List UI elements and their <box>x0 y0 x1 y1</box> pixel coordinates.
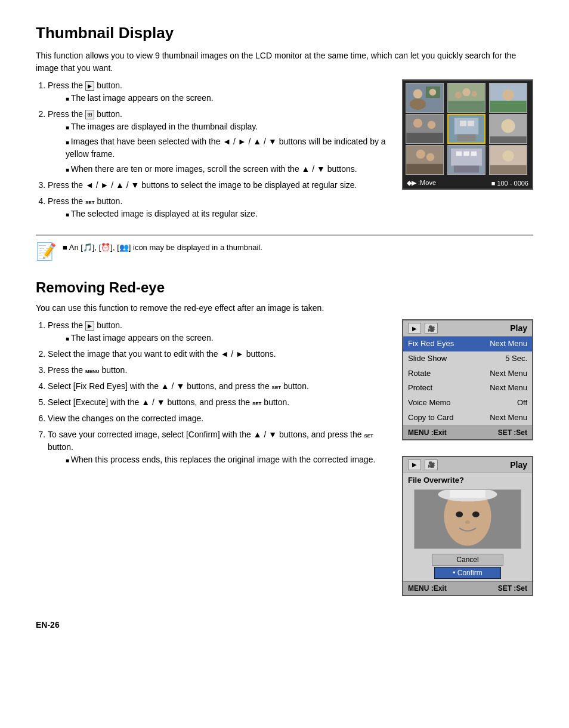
red-eye-content-row: Press the ▶ button. The last image appea… <box>36 319 533 596</box>
svg-point-27 <box>426 153 434 161</box>
menu-row-copy: Copy to Card Next Menu <box>403 411 532 425</box>
menu-value-protect: Next Menu <box>473 381 532 396</box>
red-eye-step1-bullet1: The last image appears on the screen. <box>66 332 390 344</box>
svg-rect-21 <box>468 121 474 126</box>
menu-row-fix-red-eyes: Fix Red Eyes Next Menu <box>403 337 532 351</box>
red-eye-step-2: Select the image that you want to edit w… <box>48 348 390 360</box>
thumb-step-2: Press the ⊞ button. The images are displ… <box>48 108 390 175</box>
play-menu-title: Play <box>510 323 527 333</box>
svg-rect-11 <box>490 101 526 112</box>
svg-rect-34 <box>471 152 477 156</box>
thumb-cell-7 <box>406 145 444 175</box>
thumbnail-grid <box>403 81 532 177</box>
menu-row-rotate: Rotate Next Menu <box>403 366 532 381</box>
thumb-step1-bullet1: The last image appears on the screen. <box>66 92 390 104</box>
svg-point-43 <box>472 511 480 517</box>
red-eye-section: Removing Red-eye You can use this functi… <box>36 279 533 596</box>
confirm-button[interactable]: • Confirm <box>434 567 501 579</box>
thumb-step-4: Press the set button. The selected image… <box>48 195 390 220</box>
thumb-step2-bullet3: When there are ten or more images, scrol… <box>66 163 390 175</box>
svg-point-6 <box>462 88 470 96</box>
svg-rect-41 <box>450 489 485 498</box>
svg-point-4 <box>429 89 437 96</box>
play-menu: ▶ 🎥 Play Fix Red Eyes Next Menu Slide Sh… <box>402 319 533 440</box>
cam-icon: 🎥 <box>425 323 438 334</box>
thumb-step4-bullet1: The selected image is displayed at its r… <box>66 208 390 220</box>
svg-rect-37 <box>490 165 526 174</box>
svg-point-36 <box>502 150 514 162</box>
svg-point-1 <box>413 90 422 98</box>
thumb-step4-bullets: The selected image is displayed at its r… <box>66 208 390 220</box>
play-menu-header: ▶ 🎥 Play <box>403 320 532 337</box>
thumb-cell-2 <box>447 83 485 113</box>
svg-rect-30 <box>451 149 482 166</box>
svg-point-42 <box>456 511 463 517</box>
thumbnail-image-col: ◆▶ :Move ■ 100 - 0006 <box>402 79 533 190</box>
thumbnail-section: Thumbnail Display This function allows y… <box>36 24 533 261</box>
menu-label-fix: Fix Red Eyes <box>403 337 473 351</box>
thumb-cell-9 <box>489 145 527 175</box>
set-label4: set <box>364 431 373 439</box>
face-preview <box>414 489 521 549</box>
svg-point-12 <box>502 90 514 101</box>
thumb-cell-3 <box>489 83 527 113</box>
thumb-step1-bullets: The last image appears on the screen. <box>66 92 390 104</box>
overwrite-label: File Overwrite? <box>403 473 532 487</box>
overwrite-header: ▶ 🎥 Play <box>403 457 532 473</box>
svg-rect-16 <box>406 133 443 143</box>
red-eye-step-5: Select [Execute] with the ▲ / ▼ buttons,… <box>48 396 390 409</box>
thumb-cell-1 <box>406 83 444 113</box>
red-eye-step-4: Select [Fix Red Eyes] with the ▲ / ▼ but… <box>48 380 390 393</box>
menu-label-voice: Voice Memo <box>403 396 473 411</box>
thumbnail-text-col: Press the ▶ button. The last image appea… <box>36 79 390 225</box>
thumb-move-label: ◆▶ :Move <box>407 179 436 187</box>
thumbnail-steps: Press the ▶ button. The last image appea… <box>48 79 390 220</box>
play-btn-icon2: ▶ <box>85 321 94 331</box>
thumb-step2-bullets: The images are displayed in the thumbnai… <box>66 121 390 175</box>
red-eye-step1-bullets: The last image appears on the screen. <box>66 332 390 344</box>
note-icon: 📝 <box>36 242 57 261</box>
menu-value-voice: Off <box>473 396 532 411</box>
svg-rect-19 <box>457 134 475 141</box>
play-menu-footer: MENU :Exit SET :Set <box>403 425 532 439</box>
menu-label-protect: Protect <box>403 381 473 396</box>
svg-rect-24 <box>490 136 526 143</box>
page-number: EN-26 <box>36 620 533 630</box>
red-eye-title: Removing Red-eye <box>36 279 533 296</box>
menu-label: menu <box>85 366 100 375</box>
thumb-cell-4 <box>406 114 444 144</box>
menu-table: Fix Red Eyes Next Menu Slide Show 5 Sec.… <box>403 337 532 425</box>
play-icon: ▶ <box>408 323 421 334</box>
set-label3: set <box>252 399 262 407</box>
svg-point-26 <box>416 150 425 159</box>
menu-value-fix: Next Menu <box>473 337 532 351</box>
red-eye-steps: Press the ▶ button. The last image appea… <box>48 319 390 466</box>
svg-point-7 <box>455 91 462 98</box>
svg-rect-32 <box>456 152 462 156</box>
svg-point-14 <box>413 119 422 128</box>
cancel-button[interactable]: Cancel <box>432 554 503 566</box>
thumb-cell-5-highlighted <box>447 114 485 144</box>
svg-point-44 <box>465 520 470 524</box>
red-eye-step-1: Press the ▶ button. The last image appea… <box>48 319 390 344</box>
red-eye-right-col: ▶ 🎥 Play Fix Red Eyes Next Menu Slide Sh… <box>402 319 533 596</box>
menu-label-copy: Copy to Card <box>403 411 473 425</box>
menu-value-slide: 5 Sec. <box>473 351 532 366</box>
menu-row-voice: Voice Memo Off <box>403 396 532 411</box>
overwrite-play-icon: ▶ <box>408 459 421 470</box>
thumbnail-note-box: 📝 ■ An [🎵], [⏰], [👥] icon may be display… <box>36 235 533 261</box>
menu-value-rotate: Next Menu <box>473 366 532 381</box>
overwrite-footer: MENU :Exit SET :Set <box>403 581 532 595</box>
svg-point-8 <box>472 91 478 97</box>
menu-exit-label: MENU :Exit <box>408 428 447 437</box>
menu-label-slide: Slide Show <box>403 351 473 366</box>
set-label2: set <box>272 382 282 391</box>
grid-btn-icon: ⊞ <box>85 110 94 119</box>
thumbnail-content-row: Press the ▶ button. The last image appea… <box>36 79 533 225</box>
menu-value-copy: Next Menu <box>473 411 532 425</box>
svg-point-23 <box>501 119 515 133</box>
thumbnail-note: ■ An [🎵], [⏰], [👥] icon may be displayed… <box>63 242 262 254</box>
red-eye-description: You can use this function to remove the … <box>36 302 533 314</box>
thumb-step-1: Press the ▶ button. The last image appea… <box>48 79 390 104</box>
svg-rect-28 <box>406 164 443 174</box>
